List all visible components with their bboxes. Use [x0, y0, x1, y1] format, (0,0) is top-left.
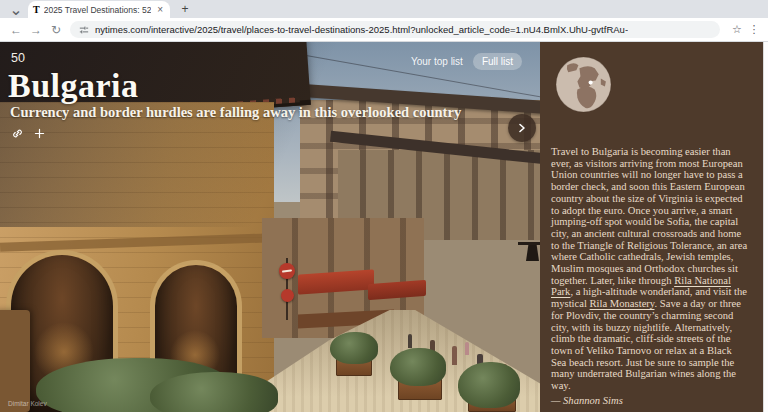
next-destination-button[interactable]	[508, 114, 536, 142]
destination-rank: 50	[11, 51, 25, 65]
article-sidebar: Travel to Bulgaria is becoming easier th…	[540, 42, 763, 412]
reload-icon[interactable]: ↻	[46, 24, 66, 36]
photo-round-sign	[281, 289, 294, 302]
photo-greenery	[458, 362, 520, 408]
browser-tab[interactable]: T 2025 Travel Destinations: 52 Pl ×	[28, 1, 170, 18]
list-toggle-nav: Your top list Full list	[411, 53, 522, 70]
photo-credit: Dimitar Kolev	[8, 400, 47, 407]
tab-search-button[interactable]: ⌄	[6, 2, 26, 16]
page-scrollbar[interactable]	[763, 42, 768, 412]
byline: — Shannon Sims	[551, 395, 748, 407]
photo-column	[0, 310, 30, 412]
body-text: Travel to Bulgaria is becoming easier th…	[551, 146, 747, 286]
chevron-down-icon: ⌄	[9, 0, 22, 19]
page-content: 50 Bulgaria Currency and border hurdles …	[0, 42, 768, 412]
photo-pedestrian	[452, 346, 457, 365]
rila-monastery-link[interactable]: Rila Monastery	[590, 298, 655, 309]
photo-lantern	[526, 245, 539, 261]
url-text: nytimes.com/interactive/2025/travel/plac…	[95, 24, 628, 35]
photo-pedestrian	[465, 342, 469, 355]
globe-europe-icon	[555, 56, 612, 113]
site-settings-icon[interactable]	[79, 25, 89, 35]
your-top-list-button[interactable]: Your top list	[411, 56, 463, 67]
bookmark-star-icon[interactable]: ☆	[728, 23, 746, 36]
back-icon[interactable]: ←	[6, 24, 26, 36]
tab-strip: ⌄ T 2025 Travel Destinations: 52 Pl × +	[0, 0, 768, 18]
browser-toolbar: ← → ↻ nytimes.com/interactive/2025/trave…	[0, 18, 768, 42]
page-subtitle: Currency and border hurdles are falling …	[10, 104, 520, 121]
photo-greenery	[330, 332, 378, 364]
tab-title: 2025 Travel Destinations: 52 Pl	[44, 5, 151, 15]
page-title: Bulgaria	[8, 67, 139, 105]
body-text: . Save a day or three for Plovdiv, the c…	[551, 298, 741, 391]
chevron-right-icon	[517, 123, 527, 133]
photo-pedestrian	[408, 334, 412, 348]
copy-link-icon[interactable]	[10, 126, 24, 140]
address-bar[interactable]: nytimes.com/interactive/2025/travel/plac…	[70, 21, 720, 38]
nyt-favicon-icon: T	[33, 5, 40, 15]
share-row	[10, 126, 46, 140]
article-body: Travel to Bulgaria is becoming easier th…	[551, 146, 748, 406]
add-to-list-icon[interactable]	[32, 126, 46, 140]
browser-window: ⌄ T 2025 Travel Destinations: 52 Pl × + …	[0, 0, 768, 412]
chrome-menu-icon[interactable]: ⋮	[746, 23, 762, 36]
photo-lantern-arm	[518, 242, 540, 245]
hero-photo: 50 Bulgaria Currency and border hurdles …	[0, 42, 540, 412]
new-tab-button[interactable]: +	[178, 3, 192, 15]
forward-icon[interactable]: →	[26, 24, 46, 36]
article-paragraph: Travel to Bulgaria is becoming easier th…	[551, 146, 748, 392]
photo-greenery	[390, 348, 446, 386]
full-list-button[interactable]: Full list	[473, 53, 522, 70]
photo-greenery	[150, 372, 278, 412]
tab-close-icon[interactable]: ×	[155, 5, 165, 15]
